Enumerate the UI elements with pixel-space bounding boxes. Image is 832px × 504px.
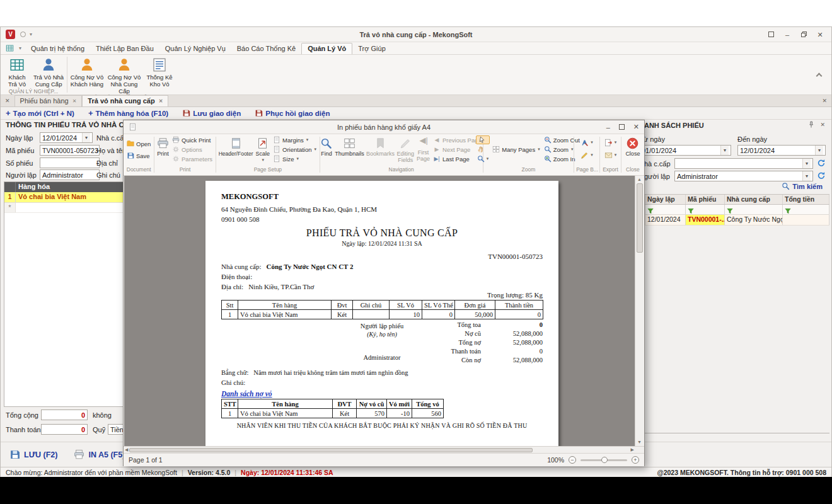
print-a5-button[interactable]: IN A5 (F5) — [74, 449, 125, 460]
filter-row[interactable] — [637, 205, 829, 215]
open-button[interactable]: Open — [125, 139, 152, 148]
last-page-button[interactable]: ▶|Last Page — [432, 154, 483, 163]
close-icon[interactable]: ✕ — [72, 98, 77, 104]
save-voucher-button[interactable]: LƯU (F2) — [9, 449, 57, 460]
marquee-zoom-button[interactable]: ▾ — [476, 154, 490, 163]
app-menu-button[interactable]: ▾ — [4, 44, 25, 54]
ribbon-button-cong-no-vo-khach-hang[interactable]: Công Nợ Vỏ Khách Hàng — [69, 55, 105, 94]
bookmarks-button[interactable]: Bookmarks — [366, 135, 395, 157]
column-tong-tien[interactable]: Tổng tiền — [783, 195, 829, 204]
many-pages-button[interactable]: Many Pages▾ — [491, 145, 541, 154]
zoom-in-button[interactable]: Zoom In — [543, 154, 581, 163]
horizontal-scrollbar[interactable]: ◀ ▶ — [124, 446, 644, 453]
tab-bao-cao-thong-ke[interactable]: Báo Cáo Thống Kê — [231, 43, 301, 54]
page-color-button[interactable]: ▾ — [579, 151, 594, 159]
ngay-lap-field[interactable]: 12/01/2024 ▾ — [40, 132, 93, 143]
thumbnails-button[interactable]: Thumbnails — [334, 135, 364, 157]
scrollbar-thumb[interactable] — [637, 183, 643, 253]
dialog-close-button[interactable]: ✕ — [633, 123, 639, 131]
zoom-slider[interactable] — [581, 459, 627, 461]
tong-cong-field[interactable]: 0 — [41, 410, 88, 420]
caret-down-icon[interactable]: ▾ — [720, 146, 729, 155]
scroll-up-icon[interactable]: ▲ — [637, 176, 642, 183]
nha-ccap-field[interactable]: ▾ — [674, 158, 813, 169]
print-button[interactable]: Print — [156, 135, 170, 157]
fullscreen-button[interactable] — [767, 32, 775, 38]
zoom-in-icon[interactable]: + — [632, 456, 639, 464]
add-item-button[interactable]: + Thêm hàng hóa (F10) — [88, 108, 168, 118]
column-ma-phieu[interactable]: Mã phiếu — [686, 195, 725, 204]
close-tab-button-right[interactable]: ✕ — [818, 98, 831, 106]
send-email-button[interactable]: ▾ — [603, 151, 618, 159]
nguoi-lap-filter-field[interactable]: Administrator ▾ — [674, 171, 813, 181]
quick-print-button[interactable]: Quick Print — [171, 135, 214, 144]
search-button[interactable]: Tìm kiếm — [782, 182, 823, 190]
zoom-out-icon[interactable]: − — [569, 456, 576, 464]
so-phieu-field[interactable] — [40, 158, 100, 168]
ribbon-button-tra-vo-nha-cung-cap[interactable]: Trả Vỏ Nhà Cung Cấp — [32, 55, 65, 88]
pointer-tool-button[interactable] — [476, 135, 490, 144]
refresh-icon[interactable] — [817, 171, 826, 180]
close-icon[interactable]: ✕ — [159, 98, 163, 104]
close-preview-button[interactable]: Close — [625, 135, 640, 157]
parameters-button[interactable]: Parameters — [171, 154, 214, 163]
ribbon-button-thong-ke-kho-vo[interactable]: Thống Kê Kho Vỏ — [144, 55, 175, 94]
save-layout-button[interactable]: Lưu giao diện — [182, 109, 241, 117]
previous-page-button[interactable]: ◀Previous Page — [432, 135, 483, 144]
ma-phieu-field[interactable]: TVN00001-050723 — [40, 145, 100, 156]
ribbon-button-khach-tra-vo[interactable]: Khách Trả Vỏ — [2, 55, 32, 88]
dialog-minimize-button[interactable]: – — [606, 123, 610, 131]
ribbon-collapse-icon[interactable] — [816, 73, 823, 79]
caret-down-icon[interactable]: ▾ — [815, 146, 823, 155]
export-document-button[interactable]: ▾ — [603, 138, 618, 147]
caret-down-icon[interactable]: ▾ — [82, 133, 90, 142]
zoom-slider-thumb[interactable] — [601, 457, 608, 463]
voucher-row[interactable]: ▸ 12/01/2024 TVN00001-... Công Ty Nước N… — [637, 215, 829, 226]
first-page-button[interactable]: ◀|FirstPage — [416, 135, 430, 162]
tu-ngay-field[interactable]: 01/01/2024 ▾ — [639, 145, 731, 156]
pin-icon[interactable] — [807, 121, 815, 129]
next-page-button[interactable]: ▶Next Page — [432, 145, 483, 154]
close-tab-button[interactable]: ✕ — [1, 98, 14, 106]
header-footer-button[interactable]: Header/Footer — [218, 135, 254, 157]
refresh-icon[interactable] — [817, 159, 826, 168]
options-button[interactable]: Options — [171, 145, 214, 154]
editing-fields-button[interactable]: EditingFields — [396, 135, 415, 163]
ribbon-button-cong-no-vo-nha-cung-cap[interactable]: Công Nợ Vỏ Nhà Cung Cấp — [105, 55, 144, 94]
scroll-down-icon[interactable]: ▼ — [637, 438, 642, 446]
tab-tra-vo-nha-cung-cap[interactable]: Trả vỏ nhà cung cấp ✕ — [82, 95, 168, 106]
margins-button[interactable]: Margins▾ — [272, 135, 318, 144]
preview-area[interactable]: MEKONGSOFT 64 Nguyễn Đình Chiểu, Phường … — [124, 176, 644, 446]
zoom-button[interactable]: Zoom▾ — [543, 145, 581, 154]
tab-quan-tri-he-thong[interactable]: Quản trị hệ thống — [25, 43, 90, 54]
scrollbar-thumb[interactable] — [129, 448, 533, 452]
scale-button[interactable]: Scale▾ — [255, 135, 271, 163]
create-new-button[interactable]: + Tạo mới (Ctrl + N) — [6, 108, 74, 118]
den-ngay-field[interactable]: 12/01/2024 ▾ — [737, 145, 826, 156]
column-ngay-lap[interactable]: Ngày lập — [645, 195, 686, 204]
size-button[interactable]: Size▾ — [272, 154, 318, 163]
tab-quan-ly-vo[interactable]: Quản Lý Vỏ — [301, 43, 352, 54]
caret-down-icon[interactable]: ▾ — [802, 171, 811, 181]
panel-close-icon[interactable]: ✕ — [820, 122, 825, 128]
thanh-toan-field[interactable]: 0 — [41, 424, 88, 435]
restore-layout-button[interactable]: Phục hồi giao diện — [255, 109, 330, 117]
vertical-scrollbar[interactable]: ▲ ▼ — [635, 176, 644, 446]
minimize-button[interactable]: – — [783, 32, 791, 38]
tab-tro-giup[interactable]: Trợ Giúp — [352, 43, 391, 54]
nguoi-lap-field[interactable]: Administrator — [40, 169, 100, 180]
orientation-button[interactable]: Orientation▾ — [272, 145, 318, 154]
zoom-out-button[interactable]: Zoom Out — [543, 135, 581, 144]
watermark-button[interactable]: ▾ — [579, 138, 594, 147]
voucher-list-grid[interactable]: Ngày lập Mã phiếu Nhà cung cấp Tổng tiền… — [637, 194, 829, 226]
close-button[interactable]: ✕ — [816, 32, 824, 38]
column-nha-cung-cap[interactable]: Nhà cung cấp — [725, 195, 783, 204]
dialog-maximize-button[interactable] — [619, 123, 625, 131]
tab-quan-ly-nghiep-vu[interactable]: Quản Lý Nghiệp Vụ — [159, 43, 231, 54]
tab-phieu-ban-hang[interactable]: Phiếu bán hàng ✕ — [14, 95, 83, 106]
save-document-button[interactable]: Save — [125, 151, 152, 160]
caret-down-icon[interactable]: ▾ — [802, 159, 811, 168]
find-button[interactable]: Find — [320, 135, 333, 157]
restore-button[interactable] — [800, 32, 807, 38]
tab-thiet-lap-ban-dau[interactable]: Thiết Lập Ban Đầu — [90, 43, 159, 54]
